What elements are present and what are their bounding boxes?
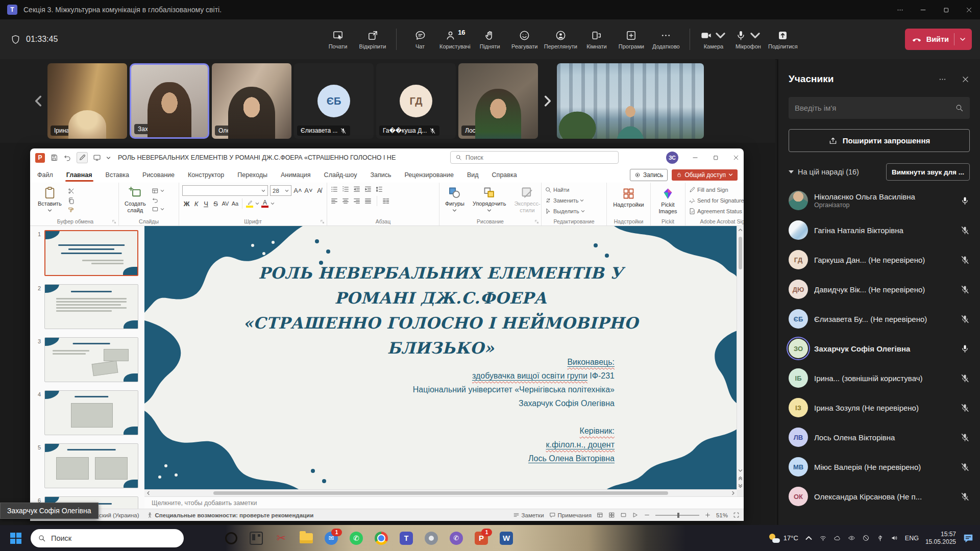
taskbar-app-viber[interactable]: ✆	[448, 530, 465, 547]
powerpoint-search-box[interactable]: Поиск	[450, 151, 619, 164]
clipboard-dialog-launcher-icon[interactable]	[112, 219, 116, 224]
participants-more-icon[interactable]	[938, 75, 947, 84]
toolbar-button-hand[interactable]: Підняти	[475, 30, 505, 49]
change-case-button[interactable]: Aa	[231, 201, 239, 207]
font-size-select[interactable]: 28	[270, 185, 291, 196]
taskbar-app-explorer[interactable]	[298, 530, 315, 547]
section-icon[interactable]	[152, 206, 159, 213]
toolbar-button-mic[interactable]: Мікрофон	[733, 30, 764, 49]
save-icon[interactable]	[50, 154, 58, 162]
horizontal-scroll-thumb[interactable]	[213, 491, 668, 495]
toolbar-button-dots[interactable]: Додатково	[651, 30, 681, 49]
undo-icon[interactable]	[63, 154, 71, 162]
participant-row[interactable]: МВМіюс Валерія (Не перевірено)	[789, 452, 970, 482]
ppt-restore-button[interactable]	[712, 154, 719, 161]
toolbar-button-rooms[interactable]: Кімнати	[581, 30, 612, 49]
mic-off-icon[interactable]	[960, 433, 970, 442]
font-color-button[interactable]: А	[260, 200, 270, 208]
scroll-right-icon[interactable]	[731, 491, 736, 495]
filmstrip-scroll-left-icon[interactable]	[32, 94, 45, 108]
new-slide-button[interactable]: Создатьслайд	[122, 185, 149, 214]
chevron-down-icon[interactable]	[715, 30, 726, 41]
window-close-button[interactable]	[965, 6, 973, 14]
vertical-scrollbar[interactable]	[737, 226, 744, 490]
participant-row[interactable]: Гагіна Наталія Вікторівна	[789, 215, 970, 245]
select-icon[interactable]	[545, 208, 552, 215]
slide[interactable]: РОЛЬ НЕВЕРБАЛЬНИХ ЕЛЕМЕНТІВ УРОМАНІ ДЖ.С…	[144, 226, 737, 490]
justify-icon[interactable]	[364, 197, 372, 205]
participant-row[interactable]: ДЮДавидчук Вік... (Не перевірено)	[789, 274, 970, 304]
scroll-down-icon[interactable]	[738, 468, 743, 473]
window-more-icon[interactable]	[896, 6, 904, 14]
taskbar-app-word[interactable]: W	[498, 530, 515, 547]
taskbar-app-powerpoint[interactable]: P1	[473, 530, 490, 547]
toolbar-button-viewperson[interactable]: Переглянути	[544, 30, 577, 49]
toolbar-button-smiley[interactable]: Реагувати	[509, 30, 540, 49]
arrange-button[interactable]: Упорядочить	[470, 185, 508, 213]
strikethrough-button[interactable]: S	[211, 200, 220, 208]
toolbar-button-popout[interactable]: Відкріпити	[357, 30, 388, 49]
filmstrip-scroll-right-icon[interactable]	[541, 94, 554, 108]
slide-thumbnail-5[interactable]: 5	[30, 439, 144, 492]
line-spacing-icon[interactable]	[375, 185, 383, 193]
leave-options-chevron-icon[interactable]	[960, 36, 966, 42]
drawing-dialog-launcher-icon[interactable]	[534, 219, 539, 224]
numbering-icon[interactable]	[341, 185, 350, 193]
slide-sorter-view-icon[interactable]	[608, 512, 615, 518]
video-tile[interactable]: Олександр...	[212, 63, 291, 139]
toolbar-button-plusapp[interactable]: Програми	[616, 30, 647, 49]
layout-icon[interactable]	[152, 187, 159, 194]
ribbon-tab-11[interactable]: Вид	[466, 168, 480, 182]
window-restore-button[interactable]	[942, 6, 950, 14]
mic-off-icon[interactable]	[960, 462, 970, 472]
taskbar-app-teams[interactable]: T	[398, 530, 415, 547]
increase-indent-icon[interactable]	[364, 185, 372, 193]
previous-slide-icon[interactable]	[738, 476, 743, 481]
slide-thumbnail-3[interactable]: 3	[30, 333, 144, 386]
zoom-slider[interactable]	[655, 515, 699, 516]
qat-customize-chevron-icon[interactable]	[106, 156, 111, 160]
ribbon-tab-5[interactable]: Конструктор	[187, 168, 225, 182]
video-tile[interactable]: Ірина Боги...	[47, 63, 127, 139]
participant-row[interactable]: ГДГаркуша Дан... (Не перевірено)	[789, 245, 970, 274]
vertical-scroll-thumb[interactable]	[739, 237, 742, 269]
chevron-down-icon[interactable]	[749, 30, 761, 41]
zoom-out-icon[interactable]	[644, 512, 650, 518]
participant-row[interactable]: ІЗІрина Зозуля (Не перевірено)	[789, 393, 970, 422]
ribbon-tab-12[interactable]: Справка	[491, 168, 518, 182]
video-tile[interactable]: Захарчук Софія...	[130, 63, 209, 139]
bullets-icon[interactable]	[330, 185, 338, 193]
copy-icon[interactable]	[67, 197, 75, 205]
mic-off-icon[interactable]	[960, 285, 970, 294]
participants-close-icon[interactable]	[961, 75, 970, 84]
next-slide-icon[interactable]	[738, 484, 743, 488]
participant-row[interactable]: Ніколаєнко Ольга ВасилівнаОрганізатор	[789, 186, 970, 215]
scroll-left-icon[interactable]	[146, 491, 151, 495]
font-dialog-launcher-icon[interactable]	[320, 219, 325, 224]
taskbar-app-whatsapp[interactable]: ✆	[348, 530, 365, 547]
notification-center-icon[interactable]	[963, 533, 974, 544]
clear-formatting-button[interactable]: A̸	[315, 187, 324, 194]
shrink-font-button[interactable]: A˅	[304, 187, 313, 194]
share-invite-button[interactable]: Поширити запрошення	[789, 129, 970, 152]
fit-slide-icon[interactable]	[733, 512, 740, 518]
toolbar-button-people[interactable]: 16Користувачі	[439, 30, 471, 49]
tray-overflow-icon[interactable]	[805, 534, 813, 542]
slide-thumbnail-4[interactable]: 4	[30, 386, 144, 439]
ppt-minimize-button[interactable]	[692, 154, 699, 161]
mic-off-icon[interactable]	[960, 403, 970, 413]
bold-button[interactable]: Ж	[182, 200, 191, 208]
taskbar-app-chrome[interactable]	[373, 530, 390, 547]
volume-icon[interactable]	[891, 534, 898, 542]
comments-toggle[interactable]: Примечания	[549, 512, 592, 518]
underline-button[interactable]: Ч	[202, 200, 210, 208]
zoom-in-icon[interactable]	[704, 512, 711, 518]
normal-view-icon[interactable]	[597, 512, 603, 518]
weather-widget[interactable]: 17°C	[769, 533, 798, 543]
ribbon-tab-3[interactable]: Вставка	[105, 168, 130, 182]
character-spacing-button[interactable]: AV	[221, 201, 230, 207]
mic-on-icon[interactable]	[960, 196, 970, 206]
align-left-icon[interactable]	[330, 197, 338, 205]
section-collapse-icon[interactable]	[789, 170, 794, 173]
mic-off-icon[interactable]	[960, 492, 970, 502]
